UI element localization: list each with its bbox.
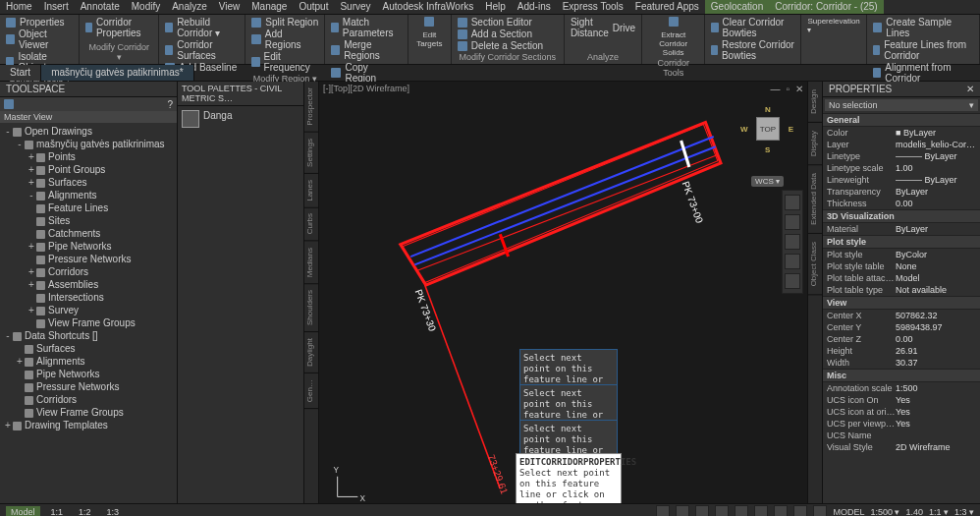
section-editor-button[interactable]: Section Editor: [471, 17, 532, 28]
tree-node[interactable]: Pressure Networks: [0, 253, 177, 265]
property-row[interactable]: UCS per viewportYes: [823, 418, 980, 430]
showmotion-icon[interactable]: [785, 273, 800, 289]
property-section-header[interactable]: 3D Visualization: [823, 209, 980, 223]
document-tabs[interactable]: Start mašnyčių gatvės patikrinimas*: [0, 65, 980, 82]
ducs-icon[interactable]: [774, 505, 788, 516]
model-tab[interactable]: Model: [6, 506, 40, 516]
tree-node[interactable]: +Assemblies: [0, 278, 177, 291]
palette-tab[interactable]: Curbs: [304, 207, 318, 241]
tree-node[interactable]: Corridors: [0, 393, 177, 406]
ortho-icon[interactable]: [695, 505, 709, 516]
property-section-header[interactable]: Plot style: [823, 235, 980, 249]
property-row[interactable]: UCS icon OnYes: [823, 394, 980, 406]
doc-tab-start[interactable]: Start: [0, 65, 41, 81]
layout-tab[interactable]: 1:1: [46, 506, 69, 516]
viewcube[interactable]: TOP N E S W: [748, 109, 788, 148]
menu-tab[interactable]: Annotate: [75, 0, 126, 14]
menu-tab[interactable]: Home: [0, 0, 38, 14]
ribbon-button[interactable]: Corridor Surfaces: [165, 39, 239, 61]
ribbon-button[interactable]: Clear Corridor Bowties: [711, 17, 794, 38]
close-icon[interactable]: ✕: [966, 84, 974, 94]
menu-tab[interactable]: Survey: [334, 0, 376, 14]
property-row[interactable]: UCS icon at originYes: [823, 406, 980, 418]
tree-node[interactable]: +Corridors: [0, 265, 177, 278]
palette-item-label[interactable]: Danga: [203, 110, 232, 121]
property-section-header[interactable]: Misc: [823, 369, 980, 382]
palette-tab[interactable]: Prospector: [304, 82, 318, 133]
grid-icon[interactable]: [656, 505, 670, 516]
polar-icon[interactable]: [715, 505, 729, 516]
delete-section-button[interactable]: Delete a Section: [458, 40, 558, 51]
menu-tab[interactable]: Autodesk InfraWorks: [377, 0, 480, 14]
property-row[interactable]: TransparencyByLayer: [823, 186, 980, 198]
doc-tab-drawing[interactable]: mašnyčių gatvės patikrinimas*: [41, 65, 194, 81]
palette-tabs[interactable]: ProspectorSettingsLanesCurbsMediansShoul…: [304, 82, 319, 503]
status-value[interactable]: 1:1 ▾: [929, 507, 949, 516]
property-row[interactable]: MaterialByLayer: [823, 223, 980, 235]
menu-tab[interactable]: Geolocation: [705, 0, 769, 14]
osnap-icon[interactable]: [735, 505, 748, 516]
property-vtab[interactable]: Extended Data: [808, 165, 822, 234]
viewcube-w[interactable]: W: [740, 125, 748, 134]
palette-tab[interactable]: Shoulders: [304, 284, 318, 332]
extract-solids-button[interactable]: Extract Corridor Solids: [648, 17, 698, 57]
snap-icon[interactable]: [676, 505, 689, 516]
property-row[interactable]: Layermodelis_kelio-Corridor - (25): [823, 139, 980, 150]
menu-bar[interactable]: HomeInsertAnnotateModifyAnalyzeViewManag…: [0, 0, 980, 15]
command-input[interactable]: EDITCORRIDORPROPERTIES Select next point…: [516, 453, 622, 503]
tree-node[interactable]: +Survey: [0, 304, 177, 316]
menu-tab[interactable]: Manage: [245, 0, 293, 14]
property-row[interactable]: Plot style tableNone: [823, 260, 980, 272]
property-row[interactable]: Plot table typeNot available: [823, 284, 980, 296]
viewcube-s[interactable]: S: [765, 145, 770, 154]
property-row[interactable]: UCS Name: [823, 430, 980, 441]
drawing-canvas[interactable]: [-][Top][2D Wireframe] —▫✕ Y X PK 73+30 …: [319, 82, 807, 503]
menu-tab[interactable]: View: [213, 0, 246, 14]
property-row[interactable]: Visual Style2D Wireframe: [823, 441, 980, 453]
menu-tab[interactable]: Corridor: Corridor - (25): [769, 0, 883, 14]
ribbon-button[interactable]: Edit Frequency: [251, 51, 318, 73]
tree-node[interactable]: View Frame Groups: [0, 406, 177, 419]
sight-distance-button[interactable]: Sight Distance: [571, 17, 609, 38]
palette-tab[interactable]: Gen…: [304, 373, 318, 409]
tree-node[interactable]: +Drawing Templates: [0, 419, 177, 431]
ribbon-button[interactable]: Properties: [6, 17, 73, 28]
property-vtab[interactable]: Design: [808, 82, 822, 123]
palette-tab[interactable]: Daylight: [304, 332, 318, 373]
ribbon-button[interactable]: Match Parameters: [331, 17, 402, 38]
dyn-icon[interactable]: [793, 505, 807, 516]
tree-node[interactable]: +Pipe Networks: [0, 240, 177, 253]
property-row[interactable]: Center Y5989438.97: [823, 321, 980, 333]
toolspace-view-dropdown[interactable]: Master View: [0, 111, 177, 123]
edit-targets-button[interactable]: Edit Targets: [414, 17, 445, 48]
viewcube-e[interactable]: E: [789, 125, 793, 134]
tree-node[interactable]: -Alignments: [0, 189, 177, 201]
property-row[interactable]: Linetype——— ByLayer: [823, 150, 980, 162]
menu-tab[interactable]: Output: [293, 0, 334, 14]
tree-node[interactable]: -Data Shortcuts []: [0, 329, 177, 342]
status-value[interactable]: MODEL: [833, 507, 864, 516]
add-section-button[interactable]: Add a Section: [458, 29, 558, 39]
tree-node[interactable]: +Points: [0, 150, 177, 163]
viewcube-face[interactable]: TOP: [756, 117, 780, 141]
layout-tab[interactable]: 1:3: [102, 506, 125, 516]
status-value[interactable]: 1:3 ▾: [954, 507, 974, 516]
tree-node[interactable]: Catchments: [0, 227, 177, 240]
property-row[interactable]: Plot styleByColor: [823, 249, 980, 260]
tree-node[interactable]: +Surfaces: [0, 176, 177, 189]
property-section-header[interactable]: View: [823, 296, 980, 310]
menu-tab[interactable]: Modify: [126, 0, 166, 14]
orbit-icon[interactable]: [785, 254, 800, 269]
ribbon-button[interactable]: Object Viewer: [6, 29, 73, 50]
track-icon[interactable]: [754, 505, 768, 516]
property-vtabs[interactable]: DesignDisplayExtended DataObject Class: [807, 82, 822, 503]
help-icon[interactable]: ?: [167, 99, 173, 110]
property-row[interactable]: Center Z0.00: [823, 333, 980, 345]
nav-wheel-icon[interactable]: [785, 195, 800, 210]
palette-tab[interactable]: Medians: [304, 242, 318, 284]
property-row[interactable]: Center X507862.32: [823, 310, 980, 321]
toolspace-toolbar[interactable]: ?: [0, 97, 177, 111]
ribbon-button[interactable]: Create Sample Lines: [873, 17, 973, 38]
toolspace-icon[interactable]: [4, 99, 14, 109]
tree-node[interactable]: -Open Drawings: [0, 125, 177, 138]
